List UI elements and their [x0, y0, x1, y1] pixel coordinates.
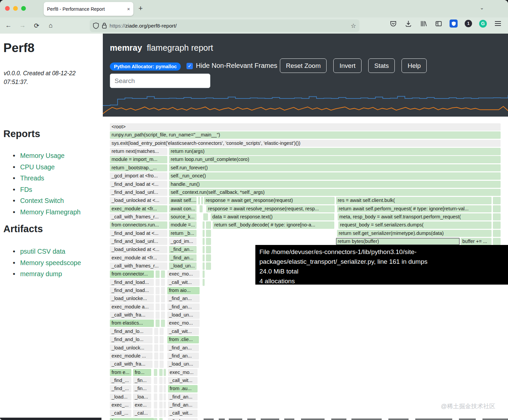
flame-cell[interactable]: from connectors.run...	[110, 221, 167, 229]
flame-cell[interactable]	[203, 279, 205, 286]
flame-cell[interactable]: response = await resolve_response(reques…	[206, 205, 335, 213]
report-link-3[interactable]: FDs	[20, 186, 32, 193]
flame-cell[interactable]	[164, 385, 166, 392]
flame-cell[interactable]: _find_and_lo...	[110, 336, 153, 343]
flame-cell[interactable]	[159, 402, 163, 409]
library-icon[interactable]	[419, 19, 427, 28]
url-text[interactable]: https://ziade.org/perf8-report/	[110, 23, 351, 29]
flame-cell[interactable]	[160, 328, 164, 335]
flame-cell[interactable]	[203, 230, 205, 237]
flame-cell[interactable]	[164, 410, 166, 417]
new-tab-button[interactable]: +	[138, 4, 143, 13]
flame-cell[interactable]: return await self.perform_request( # typ…	[337, 205, 492, 213]
flame-cell[interactable]	[159, 418, 163, 420]
flame-cell[interactable]	[493, 230, 501, 237]
flame-cell[interactable]: _load...	[110, 393, 131, 401]
flame-cell[interactable]: source_k...	[169, 213, 197, 221]
flame-cell[interactable]: data = await response.text()	[211, 213, 334, 221]
flame-cell[interactable]: _find_an...	[167, 295, 200, 302]
flame-cell[interactable]	[206, 254, 211, 262]
hide-frames-label[interactable]: Hide Non-Relevant Frames	[196, 62, 277, 70]
report-link-1[interactable]: CPU Usage	[20, 163, 55, 171]
flame-cell[interactable]	[160, 336, 164, 343]
flame-cell[interactable]: _load_un...	[167, 361, 199, 368]
flame-cell[interactable]: _gcd_im...	[169, 238, 197, 245]
grammarly-extension-icon[interactable]: G	[479, 20, 487, 28]
flame-cell[interactable]: exec_mo...	[167, 270, 200, 278]
flame-cell[interactable]	[156, 287, 160, 294]
flame-cell[interactable]	[161, 270, 165, 278]
flame-cell[interactable]	[161, 311, 165, 319]
flame-cell[interactable]: _call_with_fra...	[110, 361, 153, 368]
lock-icon[interactable]	[102, 23, 107, 29]
flame-cell[interactable]	[206, 262, 211, 270]
flame-cell[interactable]	[203, 270, 205, 278]
flame-cell[interactable]	[159, 385, 163, 392]
flame-cell[interactable]	[493, 197, 501, 204]
flame-cell[interactable]	[493, 238, 501, 245]
flame-cell[interactable]: runpy.run_path(script_file, run_name="__…	[110, 131, 501, 139]
flame-cell[interactable]	[161, 320, 165, 327]
counter-badge-icon[interactable]: 1	[465, 20, 472, 27]
flame-cell[interactable]: _load_unlocked at <...	[110, 246, 167, 253]
flame-cell[interactable]	[206, 246, 211, 253]
flame-cell[interactable]: _fin...	[133, 377, 151, 384]
flame-cell[interactable]	[159, 377, 163, 384]
flame-cell[interactable]: exec_mo...	[168, 369, 198, 376]
flame-cell[interactable]	[160, 352, 164, 360]
flame-cell[interactable]: res = await self.client.bulk(	[336, 197, 492, 204]
report-link-2[interactable]: Threads	[20, 174, 44, 182]
flame-cell[interactable]	[154, 336, 158, 343]
flame-cell[interactable]: _find_and_load_unl...	[110, 238, 167, 245]
search-input[interactable]	[110, 74, 210, 88]
flame-cell[interactable]: request_body = self.serializers.dumps(	[338, 221, 492, 229]
flame-cell[interactable]: response = await get_response(request)	[204, 197, 335, 204]
flame-cell[interactable]: exec_mo...	[167, 320, 200, 327]
flame-cell[interactable]: _call_with_frames_r...	[110, 262, 167, 270]
flame-cell[interactable]	[159, 369, 163, 376]
flame-cell[interactable]: _find_an...	[167, 344, 199, 352]
flame-cell[interactable]	[203, 221, 205, 229]
flame-cell[interactable]: exec_module ...	[110, 352, 153, 360]
flame-cell[interactable]: exec_module at <fr...	[110, 205, 167, 213]
back-button[interactable]: ←	[3, 22, 14, 29]
home-button[interactable]: ⌂	[45, 22, 56, 29]
flame-cell[interactable]: from elastics...	[110, 320, 154, 327]
flame-cell[interactable]: _find_an...	[167, 352, 199, 360]
flame-cell[interactable]: <root>	[110, 123, 501, 131]
flame-cell[interactable]	[206, 221, 211, 229]
flame-cell[interactable]: _find_and_load at <...	[110, 230, 167, 237]
flame-cell[interactable]: _find_and_load at <...	[110, 181, 167, 188]
flame-cell[interactable]: _call_wit...	[167, 279, 200, 286]
flame-cell[interactable]: _call_wit...	[168, 377, 198, 384]
flame-cell[interactable]	[154, 369, 157, 376]
flame-cell[interactable]	[164, 369, 166, 376]
flame-cell[interactable]: from e...	[110, 369, 131, 376]
flame-cell[interactable]: return bytes(buffer)	[336, 238, 460, 245]
flame-cell[interactable]	[154, 385, 157, 392]
artifact-link-2[interactable]: memray dump	[20, 270, 62, 278]
flame-cell[interactable]: self._context.run(self._callback, *self.…	[169, 189, 501, 196]
flame-cell[interactable]	[159, 410, 163, 417]
reset-zoom-button[interactable]: Reset Zoom	[280, 58, 327, 73]
flame-cell[interactable]	[164, 393, 166, 401]
flame-cell[interactable]	[164, 377, 166, 384]
flame-cell[interactable]: self._run_once()	[169, 172, 501, 180]
flame-cell[interactable]	[154, 361, 158, 368]
flame-cell[interactable]	[161, 279, 165, 286]
bitwarden-extension-icon[interactable]	[450, 19, 458, 28]
flame-cell[interactable]: module =...	[169, 221, 197, 229]
flame-cell[interactable]: buffer += ...	[461, 238, 492, 245]
flame-cell[interactable]	[206, 230, 211, 237]
macos-close-button[interactable]	[5, 6, 10, 11]
flame-cell[interactable]: _find_...	[110, 385, 131, 392]
hide-frames-checkbox[interactable]: ✓	[186, 63, 193, 69]
flame-cell[interactable]: from aio...	[167, 287, 200, 294]
sidebars-icon[interactable]	[434, 19, 442, 28]
flame-cell[interactable]: _load_un...	[167, 311, 200, 319]
flame-cell[interactable]	[203, 238, 205, 245]
flame-cell[interactable]	[493, 213, 501, 221]
flame-cell[interactable]	[156, 303, 160, 311]
flame-cell[interactable]	[203, 262, 205, 270]
flame-cell[interactable]	[203, 254, 205, 262]
